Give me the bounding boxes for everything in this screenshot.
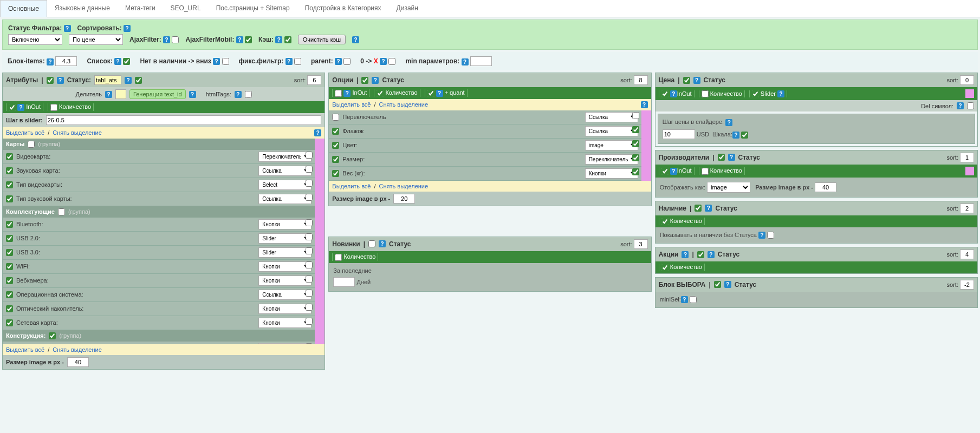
help-icon[interactable]: ?: [732, 132, 739, 139]
price-status-checkbox[interactable]: [683, 77, 690, 84]
row-type-select[interactable]: Select: [258, 180, 311, 190]
row-checkbox[interactable]: [6, 263, 13, 270]
list-checkbox[interactable]: [123, 58, 130, 65]
opt-status-checkbox[interactable]: [361, 77, 368, 84]
row-checkbox[interactable]: [6, 181, 13, 188]
row-side-checkbox[interactable]: [306, 247, 313, 254]
help-icon[interactable]: ?: [213, 58, 220, 65]
row-type-select[interactable]: Ссылка: [258, 166, 311, 176]
attr-status-checkbox[interactable]: [47, 77, 54, 84]
row-type-select[interactable]: Кнопки: [258, 318, 311, 328]
row-checkbox[interactable]: [6, 319, 13, 326]
row-checkbox[interactable]: [6, 277, 13, 284]
tab-design[interactable]: Дизайн: [389, 0, 426, 17]
row-type-select[interactable]: Slider: [258, 247, 311, 258]
deselect-link[interactable]: Снять выделение: [379, 183, 429, 189]
delsym-checkbox[interactable]: [967, 102, 974, 109]
days-input[interactable]: [333, 277, 355, 287]
fixedfilter-checkbox[interactable]: [294, 58, 301, 65]
help-icon[interactable]: ?: [724, 281, 731, 288]
group-checkbox[interactable]: [58, 208, 65, 215]
row-type-select[interactable]: Ссылка: [258, 194, 311, 204]
row-side-checkbox[interactable]: [306, 304, 313, 311]
help-icon[interactable]: ?: [275, 36, 282, 43]
row-checkbox[interactable]: [332, 114, 339, 121]
novelty-sort-input[interactable]: [634, 239, 648, 249]
opt-inout-checkbox[interactable]: [335, 90, 342, 97]
block-sort-input[interactable]: [960, 280, 974, 290]
row-checkbox[interactable]: [6, 221, 13, 228]
opt-qty-checkbox[interactable]: [377, 90, 384, 97]
tab-sitemap[interactable]: Пос.страницы + Sitemap: [209, 0, 297, 17]
help-icon[interactable]: ?: [343, 90, 351, 97]
row-type-select[interactable]: Кнопки: [258, 275, 311, 286]
group-checkbox[interactable]: [28, 141, 35, 148]
pink-toggle[interactable]: [965, 167, 974, 175]
novelty-qty-checkbox[interactable]: [335, 254, 342, 261]
row-checkbox[interactable]: [332, 156, 339, 163]
help-icon[interactable]: ?: [728, 154, 735, 161]
clearcache-button[interactable]: Очистить кэш: [298, 35, 346, 44]
help-icon[interactable]: ?: [124, 25, 131, 32]
attr-status-input[interactable]: [94, 75, 121, 85]
help-icon[interactable]: ?: [777, 90, 784, 97]
attr-inout-checkbox[interactable]: [9, 104, 16, 111]
row-checkbox[interactable]: [6, 167, 13, 174]
selectall-link[interactable]: Выделить всё: [332, 101, 371, 108]
row-side-checkbox[interactable]: [306, 219, 313, 226]
opt-sort-input[interactable]: [634, 75, 648, 85]
row-side-checkbox[interactable]: [306, 180, 313, 187]
help-icon[interactable]: ?: [462, 58, 469, 65]
row-type-select[interactable]: Кнопки: [585, 168, 638, 179]
avail-qty-checkbox[interactable]: [661, 218, 669, 225]
zerox-checkbox[interactable]: [388, 58, 395, 65]
help-icon[interactable]: ?: [708, 251, 715, 258]
help-icon[interactable]: ?: [670, 168, 677, 175]
help-icon[interactable]: ?: [105, 91, 112, 98]
scale-checkbox[interactable]: [741, 132, 748, 139]
nostatus-checkbox[interactable]: [767, 232, 774, 239]
help-icon[interactable]: ?: [352, 36, 359, 43]
row-side-checkbox[interactable]: [632, 140, 639, 147]
minparam-input[interactable]: [470, 56, 492, 66]
gentext-button[interactable]: Генерация text_id: [129, 89, 186, 99]
help-icon[interactable]: ?: [125, 77, 132, 84]
help-icon[interactable]: ?: [314, 129, 321, 136]
help-icon[interactable]: ?: [64, 25, 71, 32]
help-icon[interactable]: ?: [641, 101, 648, 108]
tab-seo[interactable]: SEO_URL: [163, 0, 209, 17]
status-select[interactable]: Включено: [8, 34, 62, 45]
selectall-link[interactable]: Выделить всё: [6, 129, 44, 136]
help-icon[interactable]: ?: [725, 119, 732, 126]
blockitems-input[interactable]: [55, 56, 77, 66]
row-side-checkbox[interactable]: [306, 318, 313, 325]
help-icon[interactable]: ?: [57, 77, 64, 84]
pricestep-input[interactable]: [663, 129, 695, 139]
row-side-checkbox[interactable]: [632, 112, 639, 119]
row-type-select[interactable]: Ссылка: [585, 112, 638, 122]
row-checkbox[interactable]: [6, 249, 13, 256]
row-side-checkbox[interactable]: [306, 290, 313, 297]
row-type-select[interactable]: Ссылка: [585, 126, 638, 136]
attr-qty-checkbox[interactable]: [50, 104, 57, 111]
htmltags-checkbox[interactable]: [245, 91, 252, 98]
ajaxmobil-checkbox[interactable]: [245, 36, 252, 43]
pink-toggle[interactable]: [965, 89, 974, 98]
tab-meta[interactable]: Мета-теги: [118, 0, 163, 17]
help-icon[interactable]: ?: [372, 77, 379, 84]
row-side-checkbox[interactable]: [632, 154, 639, 161]
pink-sidebar[interactable]: [641, 110, 651, 181]
help-icon[interactable]: ?: [681, 296, 688, 303]
row-checkbox[interactable]: [332, 128, 339, 135]
group-checkbox[interactable]: [49, 332, 56, 339]
price-sort-input[interactable]: [960, 75, 974, 85]
row-side-checkbox[interactable]: [306, 275, 313, 283]
promo-status-checkbox[interactable]: [697, 251, 704, 258]
promo-sort-input[interactable]: [960, 250, 974, 259]
deselect-link[interactable]: Снять выделение: [379, 101, 429, 108]
help-icon[interactable]: ?: [957, 102, 964, 109]
row-checkbox[interactable]: [6, 153, 13, 160]
row-side-checkbox[interactable]: [306, 233, 313, 240]
pink-sidebar[interactable]: [315, 139, 324, 344]
help-icon[interactable]: ?: [670, 90, 677, 97]
